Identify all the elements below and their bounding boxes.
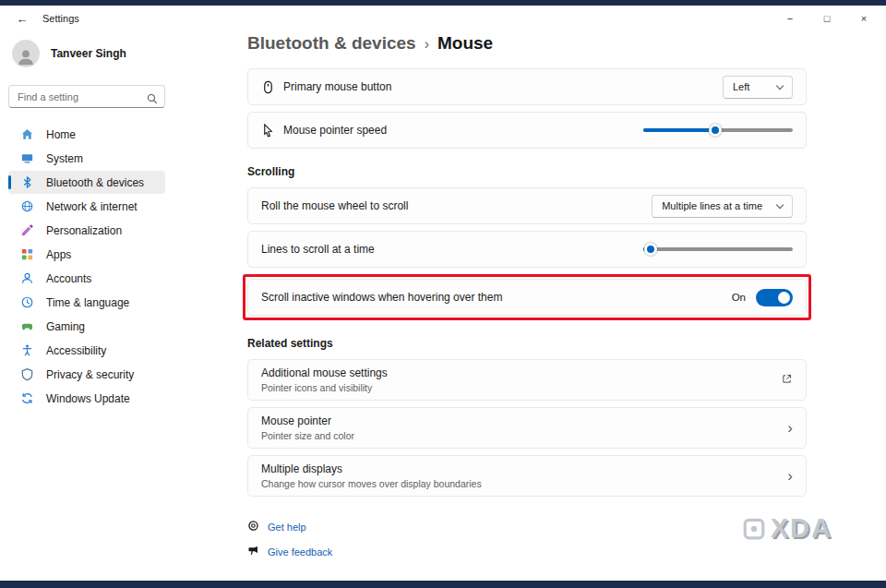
sidebar-item-gaming[interactable]: Gaming — [8, 315, 165, 338]
give-feedback-icon — [247, 544, 259, 560]
slider-thumb[interactable] — [644, 243, 657, 256]
setting-label: Mouse pointer speed — [283, 124, 643, 137]
sidebar-item-system[interactable]: System — [8, 147, 165, 170]
setting-card-additional-mouse[interactable]: Additional mouse settings Pointer icons … — [247, 359, 807, 401]
sidebar-item-label: Personalization — [46, 224, 122, 237]
dropdown-value: Left — [733, 81, 762, 92]
slider-fill — [643, 128, 715, 132]
section-header-scrolling: Scrolling — [247, 165, 807, 178]
scroll-inactive-toggle[interactable] — [756, 289, 793, 306]
sidebar-item-label: Network & internet — [46, 200, 138, 213]
sidebar-item-label: Windows Update — [46, 392, 130, 405]
system-icon — [20, 151, 34, 165]
external-link-icon — [781, 373, 793, 388]
breadcrumb-parent[interactable]: Bluetooth & devices — [247, 33, 416, 54]
sidebar-item-network-internet[interactable]: Network & internet — [8, 195, 165, 218]
titlebar: ← Settings − □ × — [0, 6, 886, 31]
get-help-link[interactable]: Get help — [268, 522, 306, 533]
close-button[interactable]: × — [845, 6, 882, 31]
pointer-speed-slider[interactable] — [643, 124, 793, 137]
setting-label: Multiple displays — [261, 462, 787, 475]
home-icon — [20, 127, 34, 141]
setting-card-scroll-inactive: Scroll inactive windows when hovering ov… — [247, 279, 807, 316]
setting-label: Roll the mouse wheel to scroll — [261, 199, 652, 212]
setting-description: Pointer icons and visibility — [261, 382, 781, 393]
personalization-icon — [20, 223, 34, 237]
setting-description: Pointer size and color — [261, 430, 787, 441]
toggle-state-label: On — [732, 292, 746, 303]
slider-thumb[interactable] — [709, 124, 722, 137]
breadcrumb-separator-icon: › — [425, 35, 429, 53]
chevron-down-icon — [776, 200, 784, 208]
network-icon — [20, 199, 34, 213]
sidebar-item-personalization[interactable]: Personalization — [8, 219, 165, 242]
primary-button-dropdown[interactable]: Left — [723, 76, 793, 99]
sidebar-item-home[interactable]: Home — [8, 123, 165, 146]
setting-label: Scroll inactive windows when hovering ov… — [261, 291, 732, 304]
lines-to-scroll-slider[interactable] — [643, 243, 793, 256]
sidebar-item-label: Gaming — [46, 320, 85, 333]
setting-label: Mouse pointer — [261, 414, 787, 427]
back-button[interactable]: ← — [11, 8, 33, 29]
search-icon — [147, 91, 158, 108]
sidebar-item-time-language[interactable]: Time & language — [8, 291, 165, 314]
app-title: Settings — [42, 13, 79, 24]
gaming-icon — [20, 319, 34, 333]
give-feedback-link[interactable]: Give feedback — [268, 546, 332, 558]
dropdown-value: Multiple lines at a time — [662, 200, 762, 211]
sidebar-item-accounts[interactable]: Accounts — [8, 267, 165, 290]
screen-edge-top — [0, 0, 886, 6]
setting-card-primary-mouse-button: Primary mouse button Left — [247, 68, 807, 105]
chevron-down-icon — [776, 81, 784, 89]
get-help-icon — [247, 519, 259, 535]
xda-watermark-text: XDA — [771, 513, 832, 544]
setting-label: Primary mouse button — [283, 80, 723, 93]
mouse-icon — [261, 80, 283, 94]
footer-links: Get help Give feedback — [247, 519, 807, 560]
user-account[interactable]: Tanveer Singh — [12, 37, 165, 70]
cursor-icon — [261, 124, 283, 138]
xda-watermark: XDA — [742, 513, 832, 544]
bluetooth-icon — [20, 175, 34, 189]
section-header-related: Related settings — [247, 337, 807, 350]
sidebar-item-label: Privacy & security — [46, 368, 134, 381]
setting-description: Change how cursor moves over display bou… — [261, 478, 787, 489]
wheel-scroll-dropdown[interactable]: Multiple lines at a time — [652, 195, 793, 218]
xda-logo-icon — [742, 517, 766, 541]
chevron-right-icon: › — [787, 420, 793, 436]
setting-label: Lines to scroll at a time — [261, 243, 643, 256]
apps-icon — [20, 247, 34, 261]
windows-update-icon — [20, 391, 34, 405]
minimize-button[interactable]: − — [772, 6, 808, 31]
accounts-icon — [20, 271, 34, 285]
sidebar: Tanveer Singh Home System Bluetooth & de… — [0, 31, 174, 581]
setting-card-lines-to-scroll: Lines to scroll at a time — [247, 231, 807, 268]
accessibility-icon — [20, 343, 34, 357]
setting-card-multiple-displays[interactable]: Multiple displays Change how cursor move… — [247, 455, 807, 497]
sidebar-item-apps[interactable]: Apps — [8, 243, 165, 266]
window-controls: − □ × — [772, 6, 882, 31]
sidebar-nav: Home System Bluetooth & devices Network … — [8, 123, 165, 410]
person-icon — [15, 47, 37, 67]
red-highlight-annotation: Scroll inactive windows when hovering ov… — [243, 274, 811, 320]
sidebar-item-privacy-security[interactable]: Privacy & security — [8, 363, 165, 386]
sidebar-item-accessibility[interactable]: Accessibility — [8, 339, 165, 362]
time-language-icon — [20, 295, 34, 309]
sidebar-item-label: Time & language — [46, 296, 129, 309]
sidebar-item-label: Accessibility — [46, 344, 106, 357]
sidebar-item-windows-update[interactable]: Windows Update — [8, 387, 165, 410]
page-title: Mouse — [437, 33, 493, 54]
setting-card-pointer-speed: Mouse pointer speed — [247, 112, 807, 149]
search-input[interactable] — [9, 86, 164, 107]
setting-card-mouse-pointer[interactable]: Mouse pointer Pointer size and color › — [247, 407, 807, 449]
breadcrumb: Bluetooth & devices › Mouse — [247, 33, 807, 54]
back-arrow-icon: ← — [17, 12, 29, 26]
slider-track[interactable] — [643, 247, 793, 251]
sidebar-item-bluetooth-devices[interactable]: Bluetooth & devices — [8, 171, 165, 194]
setting-label: Additional mouse settings — [261, 366, 781, 379]
search-box — [8, 85, 165, 108]
chevron-right-icon: › — [787, 468, 793, 484]
maximize-button[interactable]: □ — [808, 6, 845, 31]
toggle-knob — [778, 292, 790, 304]
screen-edge-bottom — [0, 581, 886, 588]
